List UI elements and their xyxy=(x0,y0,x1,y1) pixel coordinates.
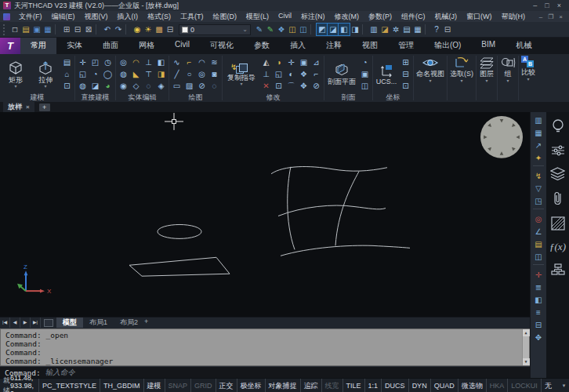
render-image-icon[interactable]: ▦ xyxy=(412,24,423,35)
menu-item[interactable]: 窗口(W) xyxy=(462,12,497,22)
undo-icon[interactable]: ↶ xyxy=(102,24,113,35)
clean-screen-icon[interactable]: ◪ xyxy=(379,24,390,35)
polysolid-icon[interactable]: ⌂ xyxy=(61,68,73,80)
document-tab[interactable]: 放样 × xyxy=(3,102,34,112)
coordinates-readout[interactable]: 611.48, 933.98, 0 xyxy=(10,374,34,392)
scroll-up-icon[interactable]: ▲ xyxy=(523,329,530,336)
menu-item[interactable]: 机械(J) xyxy=(430,12,462,22)
extrude-button[interactable]: 拉伸 ▾ xyxy=(31,60,60,89)
generate-section-icon[interactable]: ◫ xyxy=(359,80,371,92)
dm-rotate-face-icon[interactable]: ◷ xyxy=(102,56,114,68)
draw-line-icon[interactable]: ╱ xyxy=(171,68,183,80)
draw-spline-icon[interactable]: ∿ xyxy=(171,56,183,68)
menu-item[interactable]: 组件(C) xyxy=(397,12,430,22)
status-toggle[interactable]: 建模 xyxy=(143,379,165,392)
status-toggle[interactable]: PC_TEXTSTYLE xyxy=(38,379,100,392)
layer-tools-icon[interactable]: ❖ xyxy=(276,24,287,35)
draw-point-icon[interactable]: ◙ xyxy=(208,68,220,80)
properties-palette-icon[interactable]: ▥ xyxy=(368,24,379,35)
mod-scale-icon[interactable]: ◱ xyxy=(273,68,284,80)
status-toggle[interactable]: 1:1 xyxy=(364,379,382,392)
view-sw-isometric-icon[interactable]: ◩ xyxy=(317,24,328,35)
mod-rotate-icon[interactable]: ◑ xyxy=(273,56,284,68)
command-input-hint[interactable]: 输入命令 xyxy=(45,368,75,378)
status-toggle[interactable]: TH_GBDIM xyxy=(100,379,143,392)
mod-align-icon[interactable]: ✥ xyxy=(298,80,310,92)
ribbon-tab[interactable]: 注释 xyxy=(316,38,352,54)
text-tool-icon[interactable]: ≣ xyxy=(532,281,545,293)
panel-label-direct-modeling[interactable]: 直接建模 xyxy=(77,93,114,102)
ribbon-tab[interactable]: 网格 xyxy=(129,38,165,54)
publish-tool-icon[interactable]: ⊟ xyxy=(532,319,545,331)
fx-expression-icon[interactable]: ƒ(x) xyxy=(549,241,566,253)
angle-tool-icon[interactable]: ∠ xyxy=(532,226,545,238)
se-extract-edge-icon[interactable]: ◇ xyxy=(130,80,142,92)
status-toggle[interactable]: 线宽 xyxy=(321,379,342,392)
draw-donut-icon[interactable]: ◎ xyxy=(196,68,208,80)
dm-move-face-icon[interactable]: ✛ xyxy=(77,56,89,68)
render-tool-icon[interactable]: ◫ xyxy=(532,251,545,263)
design-center-icon[interactable]: ▤ xyxy=(401,24,412,35)
view-se-isometric-icon[interactable]: ◪ xyxy=(328,24,339,35)
se-clean-icon[interactable]: ◌ xyxy=(143,80,154,92)
style-add-icon[interactable]: ✎ xyxy=(265,24,276,35)
status-toggle[interactable]: GRID xyxy=(190,379,216,392)
view-ne-isometric-icon[interactable]: ◧ xyxy=(339,24,350,35)
layer-states-icon[interactable]: ◫ xyxy=(287,24,298,35)
mod-explode-icon[interactable]: ⊿ xyxy=(310,56,322,68)
menu-item[interactable]: 文件(F) xyxy=(14,12,47,22)
menu-item[interactable]: 工具(T) xyxy=(176,12,208,22)
view-nw-isometric-icon[interactable]: ◨ xyxy=(350,24,361,35)
prev-tab-button[interactable]: ◀ xyxy=(10,318,20,328)
se-shell-icon[interactable]: ◧ xyxy=(155,56,167,68)
copy-guide-button[interactable]: ↯ 复制指导 ▾ xyxy=(224,63,259,86)
mod-copy-icon[interactable]: ▣ xyxy=(298,56,310,68)
layers-stack-icon[interactable] xyxy=(550,167,565,180)
command-input-row[interactable]: Command: 输入命令 xyxy=(0,366,530,378)
ribbon-tab[interactable]: 实体 xyxy=(56,38,92,54)
press-pull-icon[interactable]: ⊡ xyxy=(61,80,73,92)
mdi-minimize-button[interactable]: – xyxy=(539,13,542,20)
draw-hatch-icon[interactable]: ▨ xyxy=(183,80,195,92)
mdi-restore-button[interactable]: ❐ xyxy=(548,13,553,20)
draw-circle-icon[interactable]: ○ xyxy=(183,68,195,80)
tool-palettes-icon[interactable]: ▦ xyxy=(532,127,545,139)
parallelogram-profile[interactable] xyxy=(129,257,230,276)
draw-rect-icon[interactable]: ▭ xyxy=(171,80,183,92)
menu-item[interactable]: 参数(P) xyxy=(364,12,397,22)
menu-item[interactable]: 格式(S) xyxy=(143,12,176,22)
ribbon-tab[interactable]: Civil xyxy=(165,38,200,54)
print-icon[interactable]: ⊟ xyxy=(442,24,453,35)
new-document-tab-button[interactable]: + xyxy=(39,103,50,111)
paperclip-icon[interactable] xyxy=(553,191,563,206)
ribbon-tab[interactable]: 插入 xyxy=(280,38,316,54)
planar-surface-icon[interactable]: ▤ xyxy=(61,56,73,68)
mod-offset-icon[interactable]: ⊥ xyxy=(260,68,272,80)
layer-on-off-icon[interactable]: ◉ xyxy=(132,24,143,35)
dm-taper-face-icon[interactable]: ◱ xyxy=(77,68,89,80)
plot-icon[interactable]: ⊞ xyxy=(61,24,72,35)
lightbulb-icon[interactable] xyxy=(551,118,565,134)
ellipse-profile[interactable] xyxy=(158,224,201,238)
se-check-icon[interactable]: ◈ xyxy=(155,80,167,92)
new-layout-button[interactable]: + xyxy=(144,318,148,328)
layers-button[interactable]: 图层 ▾ xyxy=(477,54,497,102)
properties-panel-icon[interactable]: ▥ xyxy=(532,114,545,126)
status-toggle[interactable]: 微选物 xyxy=(458,379,486,392)
ucs-previous-icon[interactable]: ⊟ xyxy=(400,68,411,80)
status-toggle[interactable]: 正交 xyxy=(216,379,237,392)
table-style-icon[interactable]: ▤ xyxy=(532,238,545,250)
hatch-square-icon[interactable] xyxy=(551,216,565,230)
menu-item[interactable]: Civil xyxy=(274,12,296,22)
panel-label-modeling[interactable]: 建模 xyxy=(2,93,73,102)
close-icon[interactable]: × xyxy=(26,103,30,111)
mdi-close-button[interactable]: × xyxy=(559,13,563,20)
layout-tab[interactable]: 模型 xyxy=(56,318,83,328)
status-toggle[interactable]: 极坐标 xyxy=(237,379,265,392)
help-icon[interactable]: ? xyxy=(431,24,442,35)
status-toggle[interactable]: TILE xyxy=(342,379,364,392)
mod-erase-icon[interactable]: ✕ xyxy=(260,80,272,92)
save-icon[interactable]: ▣ xyxy=(31,24,42,35)
section-tool-icon[interactable]: ≡ xyxy=(532,307,545,318)
ucs-face-icon[interactable]: ⊡ xyxy=(400,80,411,92)
